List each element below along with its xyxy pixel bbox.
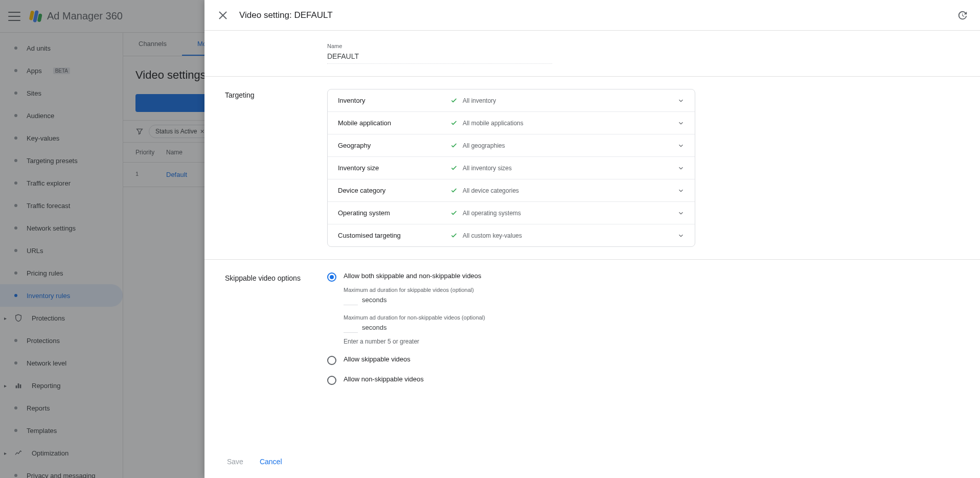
targeting-value: All custom key-values [450, 232, 677, 239]
radio-option-skippable[interactable]: Allow skippable videos [327, 355, 960, 365]
check-icon [450, 97, 458, 104]
check-icon [450, 142, 458, 149]
radio-skippable-circle[interactable] [327, 356, 336, 365]
targeting-label: Geography [338, 142, 450, 149]
nonskippable-duration-input[interactable] [344, 323, 358, 333]
check-icon [450, 210, 458, 217]
targeting-value: All geographies [450, 142, 677, 149]
radio-nonskippable-label: Allow non-skippable videos [344, 375, 424, 383]
radio-skippable-label: Allow skippable videos [344, 355, 411, 363]
cancel-button[interactable]: Cancel [258, 453, 284, 470]
targeting-value-text: All custom key-values [463, 232, 522, 239]
targeting-value: All operating systems [450, 210, 677, 217]
check-icon [450, 165, 458, 172]
panel-header: Video setting: DEFAULT [204, 0, 980, 31]
history-icon[interactable] [956, 10, 968, 21]
radio-both-label: Allow both skippable and non-skippable v… [344, 272, 960, 280]
both-sub-fields: Maximum ad duration for skippable videos… [344, 287, 960, 345]
targeting-row-customised-targeting[interactable]: Customised targetingAll custom key-value… [328, 224, 695, 246]
targeting-row-mobile-application[interactable]: Mobile applicationAll mobile application… [328, 112, 695, 134]
skippable-section-label: Skippable video options [225, 272, 307, 385]
radio-option-both[interactable]: Allow both skippable and non-skippable v… [327, 272, 960, 345]
targeting-section: Targeting InventoryAll inventoryMobile a… [204, 77, 980, 260]
name-section: Name [204, 31, 980, 77]
close-icon[interactable] [217, 9, 229, 21]
targeting-value-text: All inventory [463, 97, 496, 104]
targeting-card: InventoryAll inventoryMobile application… [327, 89, 695, 247]
panel-title: Video setting: DEFAULT [239, 10, 333, 20]
panel-footer: Save Cancel [204, 445, 980, 478]
targeting-row-inventory[interactable]: InventoryAll inventory [328, 89, 695, 112]
radio-option-nonskippable[interactable]: Allow non-skippable videos [327, 375, 960, 385]
targeting-label: Operating system [338, 209, 450, 217]
seconds-unit: seconds [362, 324, 386, 331]
targeting-section-label: Targeting [225, 89, 307, 247]
targeting-value-text: All mobile applications [463, 120, 523, 127]
chevron-down-icon[interactable] [677, 165, 685, 172]
check-icon [450, 187, 458, 194]
name-input[interactable] [327, 49, 552, 64]
targeting-value: All device categories [450, 187, 677, 194]
skippable-duration-label: Maximum ad duration for skippable videos… [344, 287, 960, 293]
skippable-section: Skippable video options Allow both skipp… [204, 260, 980, 397]
targeting-label: Device category [338, 187, 450, 194]
seconds-unit: seconds [362, 296, 386, 304]
chevron-down-icon[interactable] [677, 120, 685, 127]
name-label: Name [327, 43, 960, 49]
targeting-value: All inventory [450, 97, 677, 104]
chevron-down-icon[interactable] [677, 142, 685, 149]
chevron-down-icon[interactable] [677, 210, 685, 217]
chevron-down-icon[interactable] [677, 187, 685, 194]
radio-nonskippable-circle[interactable] [327, 376, 336, 385]
targeting-row-operating-system[interactable]: Operating systemAll operating systems [328, 202, 695, 224]
targeting-row-inventory-size[interactable]: Inventory sizeAll inventory sizes [328, 157, 695, 179]
targeting-value: All mobile applications [450, 120, 677, 127]
video-setting-panel: Video setting: DEFAULT Name Targeting In… [204, 0, 980, 478]
panel-body: Name Targeting InventoryAll inventoryMob… [204, 31, 980, 445]
check-icon [450, 120, 458, 127]
nonskippable-duration-label: Maximum ad duration for non-skippable vi… [344, 314, 960, 321]
targeting-label: Inventory size [338, 164, 450, 172]
targeting-value-text: All device categories [463, 187, 519, 194]
chevron-down-icon[interactable] [677, 97, 685, 104]
targeting-label: Customised targeting [338, 232, 450, 239]
skippable-radio-group: Allow both skippable and non-skippable v… [327, 272, 960, 385]
save-button[interactable]: Save [225, 453, 245, 470]
targeting-value-text: All operating systems [463, 210, 521, 217]
targeting-row-device-category[interactable]: Device categoryAll device categories [328, 179, 695, 202]
targeting-label: Inventory [338, 97, 450, 104]
chevron-down-icon[interactable] [677, 232, 685, 239]
radio-both-circle[interactable] [327, 272, 336, 282]
targeting-value-text: All inventory sizes [463, 165, 512, 172]
targeting-row-geography[interactable]: GeographyAll geographies [328, 134, 695, 157]
duration-helper-text: Enter a number 5 or greater [344, 338, 960, 345]
skippable-duration-input[interactable] [344, 295, 358, 305]
check-icon [450, 232, 458, 239]
targeting-label: Mobile application [338, 119, 450, 127]
targeting-value-text: All geographies [463, 142, 505, 149]
targeting-value: All inventory sizes [450, 165, 677, 172]
